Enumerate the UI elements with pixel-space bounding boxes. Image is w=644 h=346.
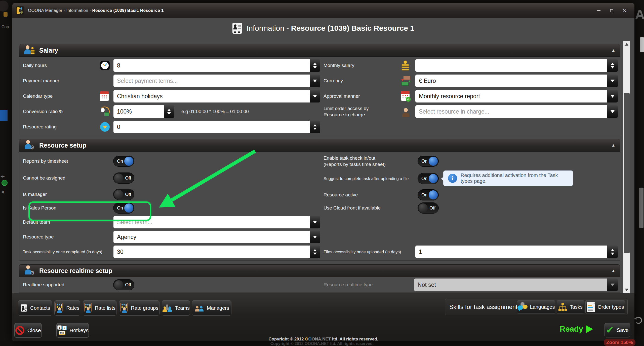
resource-active-toggle[interactable]: On bbox=[418, 189, 439, 200]
monthly-salary-stepper[interactable] bbox=[607, 59, 618, 72]
minimize-button[interactable] bbox=[595, 7, 602, 14]
ban-icon bbox=[15, 326, 24, 335]
close-window-button[interactable]: × bbox=[621, 7, 628, 14]
realtime-section-header[interactable]: ⚙ Resource realtime setup ▲ bbox=[19, 264, 620, 277]
collapse-arrow-icon[interactable]: ▲ bbox=[611, 48, 615, 53]
reports-by-timesheet-toggle[interactable]: On bbox=[113, 156, 134, 167]
toggle-knob bbox=[114, 190, 123, 199]
skills-order-types-button[interactable]: Order types bbox=[585, 300, 625, 314]
approval-manner-dropdown-arrow[interactable] bbox=[607, 90, 618, 102]
payment-manner-dropdown-arrow[interactable] bbox=[310, 75, 320, 87]
realtime-section-title: Resource realtime setup bbox=[39, 267, 112, 274]
toggle-knob bbox=[114, 174, 123, 183]
daily-hours-input[interactable]: 8 bbox=[113, 59, 310, 72]
scroll-up-icon[interactable] bbox=[625, 43, 628, 46]
order-types-icon bbox=[587, 302, 595, 312]
conversion-ratio-stepper[interactable] bbox=[164, 105, 174, 118]
salary-section-title: Salary bbox=[39, 47, 58, 54]
resource-rating-input[interactable]: 0 bbox=[113, 121, 310, 133]
toggle-knob bbox=[114, 280, 123, 289]
contacts-icon bbox=[21, 304, 27, 312]
resource-in-charge-dropdown[interactable]: Select resource in charge... bbox=[415, 105, 607, 118]
scrollbar-thumb[interactable] bbox=[624, 93, 630, 253]
zoom-level-badge: Zoom 150% bbox=[604, 339, 635, 346]
tab-rates[interactable]: Rates bbox=[54, 300, 80, 316]
currency-dropdown-arrow[interactable] bbox=[607, 75, 618, 87]
resource-type-dropdown-arrow[interactable] bbox=[310, 231, 320, 243]
default-team-dropdown-arrow[interactable] bbox=[310, 216, 320, 228]
daily-hours-stepper[interactable] bbox=[310, 59, 320, 72]
background-scroll-thumb-fragment bbox=[639, 188, 643, 228]
limit-order-access-label: Limit order access byResource in charge bbox=[324, 105, 369, 118]
is-manager-toggle[interactable]: Off bbox=[113, 189, 134, 200]
resource-rating-stepper[interactable] bbox=[310, 121, 320, 133]
person-gear-icon: ⚙ bbox=[24, 265, 35, 276]
conversion-ratio-input[interactable]: 100% bbox=[113, 105, 164, 118]
save-button[interactable]: ✔ Save bbox=[605, 323, 630, 337]
hotkeys-button[interactable]: Z X Ctrl Hotkeys bbox=[56, 323, 89, 338]
suggest-complete-toggle[interactable]: On bbox=[418, 173, 439, 184]
collapse-arrow-icon[interactable]: ▲ bbox=[611, 268, 615, 273]
resource-active-label: Resource active bbox=[324, 192, 358, 198]
currency-exchange-icon bbox=[401, 76, 411, 86]
person-gear-icon: ⚙ bbox=[24, 140, 35, 151]
background-icon-fragment bbox=[4, 12, 8, 17]
info-icon: i bbox=[448, 174, 457, 183]
tab-managers[interactable]: Managers bbox=[192, 300, 231, 316]
cannot-be-assigned-toggle[interactable]: Off bbox=[113, 172, 134, 184]
monthly-salary-label: Monthly salary bbox=[324, 63, 354, 68]
calendar-check-icon: ✓ bbox=[401, 91, 410, 101]
currency-label: Currency bbox=[324, 78, 343, 84]
suggest-info-tooltip: i Requires additional activation from th… bbox=[443, 170, 573, 186]
calendar-type-dropdown[interactable]: Christian holidays bbox=[113, 90, 310, 102]
tab-rate-lists[interactable]: Rate lists bbox=[83, 300, 116, 316]
skills-languages-button[interactable]: Languages bbox=[517, 300, 555, 314]
realtime-supported-toggle[interactable]: Off bbox=[113, 279, 134, 290]
files-accessibility-input[interactable]: 1 bbox=[415, 246, 607, 258]
background-text-fragment: Cop bbox=[2, 25, 9, 29]
monthly-salary-input[interactable] bbox=[415, 59, 607, 72]
teams-icon bbox=[162, 304, 172, 312]
approval-manner-dropdown[interactable]: Monthly resource report bbox=[415, 90, 607, 102]
scroll-down-icon[interactable] bbox=[625, 289, 628, 291]
cloud-front-toggle[interactable]: Off bbox=[418, 202, 439, 214]
refresh-icon[interactable] bbox=[635, 317, 642, 324]
window-title: OOONA Manager - Information - Resource (… bbox=[28, 8, 164, 13]
conversion-hint: e.g 01:00:00 * 100% = 01:00:00 bbox=[181, 109, 249, 114]
star-icon: ★ bbox=[100, 122, 110, 132]
screen: Cop ◀▶ ◀ A Copyright © 2012 OOONA.NET lt… bbox=[0, 0, 644, 346]
window-titlebar[interactable]: OOONA Manager - Information - Resource (… bbox=[12, 3, 634, 18]
abacus-icon bbox=[84, 303, 92, 313]
calendar-type-dropdown-arrow[interactable] bbox=[310, 90, 320, 102]
resource-type-dropdown[interactable]: Agency bbox=[113, 231, 310, 243]
tab-contacts[interactable]: Contacts bbox=[18, 300, 52, 316]
abacus-icon bbox=[55, 303, 64, 313]
task-accessibility-stepper[interactable] bbox=[310, 246, 320, 258]
tab-teams[interactable]: Teams bbox=[162, 300, 190, 316]
task-accessibility-input[interactable]: 30 bbox=[113, 246, 310, 258]
suggest-complete-label: Suggest to complete task after uploading… bbox=[324, 176, 409, 181]
collapse-arrow-icon[interactable]: ▲ bbox=[611, 143, 615, 148]
section-realtime-setup: ⚙ Resource realtime setup ▲ Realtime sup… bbox=[19, 264, 620, 293]
close-button[interactable]: Close bbox=[14, 323, 42, 338]
approval-manner-label: Approval manner bbox=[324, 93, 360, 99]
tab-rate-groups[interactable]: Rate groups bbox=[119, 300, 159, 316]
resource-setup-section-header[interactable]: ⚙ Resource setup ▲ bbox=[19, 139, 620, 152]
dialog-scrollbar[interactable] bbox=[623, 41, 630, 293]
skills-tasks-button[interactable]: Tasks bbox=[557, 300, 584, 314]
maximize-button[interactable] bbox=[608, 7, 615, 14]
app-logo-icon bbox=[16, 6, 24, 15]
files-accessibility-stepper[interactable] bbox=[607, 246, 618, 258]
background-play-fragment bbox=[2, 180, 8, 186]
task-checkinout-toggle[interactable]: On bbox=[418, 156, 439, 167]
calendar-icon bbox=[100, 91, 109, 101]
salary-icon bbox=[24, 45, 35, 56]
resource-rating-label: Resource rating bbox=[23, 124, 57, 130]
payment-manner-dropdown[interactable]: Select payment terms... bbox=[113, 75, 310, 87]
payment-manner-label: Payment manner bbox=[23, 78, 59, 84]
background-copyright: Copyright © 2012 OOONA.NET ltd. All righ… bbox=[0, 341, 644, 346]
salary-section-header[interactable]: Salary ▲ bbox=[19, 44, 620, 57]
task-checkinout-label: Enable task check in/out(Reports by task… bbox=[324, 155, 386, 167]
currency-dropdown[interactable]: € Euro bbox=[415, 75, 607, 87]
resource-in-charge-dropdown-arrow[interactable] bbox=[607, 105, 618, 118]
